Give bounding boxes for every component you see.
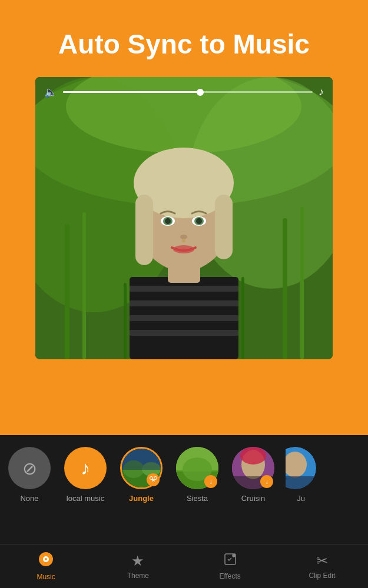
- local-music-icon: ♪: [81, 457, 90, 479]
- ju-circle: [286, 447, 316, 489]
- siesta-download-icon: ↓: [204, 475, 217, 488]
- siesta-circle: ↓: [176, 447, 218, 489]
- jungle-scissors-icon: [147, 473, 160, 486]
- svg-rect-12: [130, 286, 238, 292]
- video-background: [35, 77, 333, 359]
- svg-rect-14: [130, 315, 238, 321]
- none-circle: ⊘: [8, 447, 51, 489]
- svg-rect-5: [65, 224, 69, 359]
- progress-fill: [63, 91, 200, 93]
- none-label: None: [20, 494, 38, 503]
- none-icon: ⊘: [22, 458, 37, 479]
- jungle-label: Jungle: [129, 494, 154, 503]
- music-icon-svg: [38, 552, 54, 567]
- progress-bar[interactable]: [63, 91, 313, 93]
- theme-nav-icon: ★: [131, 553, 144, 569]
- effects-nav-label: Effects: [219, 572, 240, 580]
- svg-rect-42: [176, 447, 218, 472]
- local-circle: ♪: [64, 447, 107, 489]
- svg-point-26: [196, 218, 202, 224]
- svg-point-29: [182, 239, 185, 242]
- local-label: local music: [67, 494, 104, 503]
- svg-rect-15: [130, 330, 238, 336]
- music-item-cruisin[interactable]: ↓ Cruisin: [230, 447, 277, 503]
- svg-point-54: [233, 554, 235, 557]
- ju-label: Ju: [297, 494, 305, 503]
- music-item-jungle[interactable]: Jungle: [118, 447, 165, 503]
- video-thumbnail: [35, 77, 333, 359]
- svg-rect-8: [300, 206, 304, 359]
- cruisin-download-icon: ↓: [260, 475, 273, 488]
- svg-rect-49: [286, 476, 316, 489]
- music-item-ju[interactable]: Ju: [286, 447, 316, 503]
- jungle-circle: [120, 447, 163, 489]
- music-item-local[interactable]: ♪ local music: [62, 447, 109, 503]
- svg-rect-19: [135, 195, 153, 265]
- svg-point-28: [173, 245, 194, 253]
- effects-icon-svg: [223, 552, 237, 566]
- clip-edit-nav-icon: ✂: [316, 553, 328, 569]
- cruisin-circle: ↓: [232, 447, 274, 489]
- music-item-siesta[interactable]: ↓ Siesta: [174, 447, 221, 503]
- volume-icon[interactable]: 🔈: [44, 86, 57, 99]
- video-controls: 🔈 ♪: [35, 86, 333, 99]
- effects-nav-icon: [223, 552, 237, 570]
- nav-item-clip-edit[interactable]: ✂ Clip Edit: [276, 544, 368, 588]
- header: Auto Sync to Music: [0, 0, 368, 77]
- svg-point-23: [165, 218, 171, 224]
- svg-point-46: [240, 447, 266, 465]
- music-nav-label: Music: [37, 573, 55, 581]
- clip-edit-nav-label: Clip Edit: [309, 572, 336, 580]
- svg-point-52: [45, 558, 47, 560]
- progress-dot: [197, 89, 204, 96]
- nav-item-music[interactable]: Music: [0, 544, 92, 588]
- bottom-panel: ⊘ None ♪ local music: [0, 435, 368, 588]
- siesta-label: Siesta: [187, 494, 208, 503]
- nav-item-theme[interactable]: ★ Theme: [92, 544, 184, 588]
- music-nav-icon: [38, 552, 54, 570]
- bottom-nav: Music ★ Theme Effects ✂ Clip Edit: [0, 544, 368, 588]
- music-note-icon[interactable]: ♪: [319, 86, 324, 98]
- svg-point-27: [180, 235, 187, 239]
- cruisin-label: Cruisin: [241, 494, 265, 503]
- svg-rect-10: [241, 277, 244, 359]
- theme-nav-label: Theme: [127, 572, 149, 580]
- page-title: Auto Sync to Music: [24, 29, 344, 59]
- svg-rect-9: [124, 283, 127, 359]
- nav-item-effects[interactable]: Effects: [184, 544, 276, 588]
- ju-thumbnail: [286, 447, 316, 489]
- music-item-none[interactable]: ⊘ None: [6, 447, 53, 503]
- svg-rect-13: [130, 300, 238, 306]
- svg-rect-6: [82, 212, 86, 359]
- svg-rect-34: [122, 449, 161, 470]
- scissors-svg: [150, 476, 157, 484]
- music-options: ⊘ None ♪ local music: [0, 435, 368, 509]
- video-player: 🔈 ♪: [35, 77, 333, 359]
- svg-rect-20: [215, 195, 233, 259]
- svg-rect-7: [283, 218, 287, 359]
